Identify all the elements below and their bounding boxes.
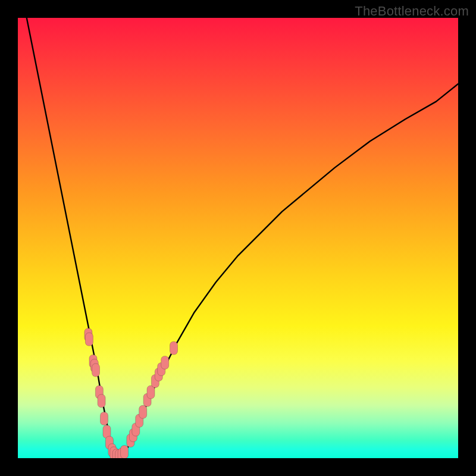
watermark-text: TheBottleneck.com <box>355 4 469 19</box>
sample-marker <box>101 412 108 425</box>
sample-marker <box>161 356 169 369</box>
chart-frame: TheBottleneck.com <box>0 0 476 476</box>
plot-area <box>18 18 458 458</box>
bottleneck-curve-line <box>27 18 458 456</box>
sample-marker <box>139 405 147 418</box>
sample-marker <box>170 342 178 355</box>
sample-marker <box>98 394 105 408</box>
sample-marker <box>121 446 129 458</box>
sample-marker <box>92 364 100 377</box>
marker-group <box>84 328 178 458</box>
sample-marker <box>85 333 93 346</box>
chart-svg <box>18 18 458 458</box>
